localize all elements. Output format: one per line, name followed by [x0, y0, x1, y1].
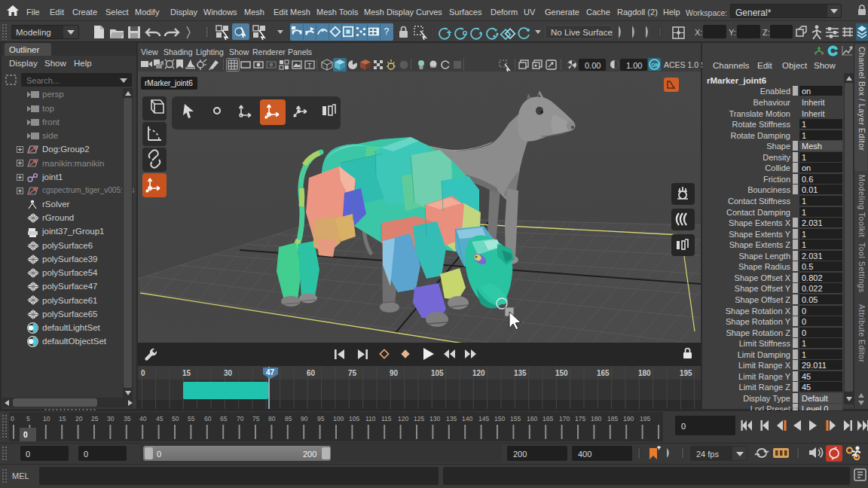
- svg-text:?: ?: [384, 26, 389, 37]
- svg-text:47: 47: [266, 368, 275, 377]
- svg-text:T: T: [307, 62, 312, 69]
- svg-text:ON: ON: [651, 63, 659, 68]
